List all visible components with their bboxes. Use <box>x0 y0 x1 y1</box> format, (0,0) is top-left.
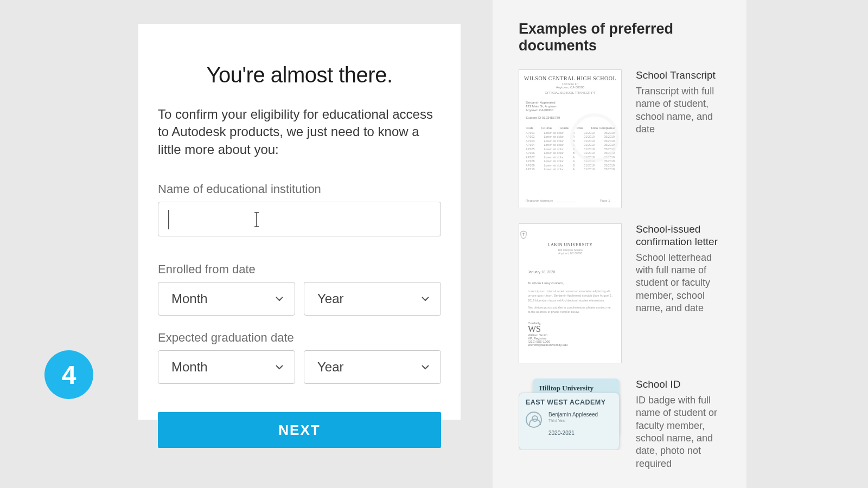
examples-panel: Examples of preferred documents WILSON C… <box>493 0 746 488</box>
graduation-label: Expected graduation date <box>158 331 441 345</box>
thumb-school-name: WILSON CENTRAL HIGH SCHOOL <box>519 75 621 81</box>
select-value: Month <box>171 359 208 375</box>
next-button[interactable]: NEXT <box>158 412 441 448</box>
chevron-down-icon <box>275 363 284 371</box>
transcript-thumbnail: WILSON CENTRAL HIGH SCHOOL 100 Elm LnAny… <box>519 69 622 208</box>
example-desc: Transcript with full name of student, sc… <box>636 85 731 136</box>
examples-title: Examples of preferred documents <box>519 21 731 54</box>
institution-input[interactable] <box>158 202 441 236</box>
select-value: Year <box>317 359 344 375</box>
enrolled-year-select[interactable]: Year <box>304 282 441 316</box>
id-thumbnail: Hilltop University EAST WEST ACADEMY Ben… <box>519 378 622 450</box>
chevron-down-icon <box>275 294 284 303</box>
watermark-icon <box>570 113 619 162</box>
eligibility-form-card: You're almost there. To confirm your eli… <box>138 24 461 420</box>
example-text: School-issued confirmation letter School… <box>636 223 731 363</box>
example-desc: School letterhead with full name of stud… <box>636 252 731 315</box>
step-badge: 4 <box>44 350 93 399</box>
graduation-month-select[interactable]: Month <box>158 350 295 384</box>
thumb-uni-name: LAKIN UNIVERSITY <box>519 242 621 247</box>
institution-label: Name of educational institution <box>158 182 441 196</box>
chevron-down-icon <box>421 294 430 303</box>
enrolled-date-row: Month Year <box>158 282 441 316</box>
chevron-down-icon <box>421 363 430 371</box>
crest-icon <box>519 230 528 239</box>
example-row: Hilltop University EAST WEST ACADEMY Ben… <box>519 378 731 470</box>
graduation-date-row: Month Year <box>158 350 441 384</box>
thumb-letter-date: January 18, 2020 <box>528 270 621 274</box>
card-description: To confirm your eligibility for educatio… <box>158 106 441 158</box>
avatar-icon <box>526 412 542 428</box>
text-cursor-icon <box>253 212 260 227</box>
id-card-front: EAST WEST ACADEMY Benjamin Appleseed Thi… <box>519 393 620 450</box>
example-desc: ID badge with full name of student or fa… <box>636 394 731 470</box>
graduation-year-select[interactable]: Year <box>304 350 441 384</box>
example-title: School Transcript <box>636 69 731 82</box>
enrolled-month-select[interactable]: Month <box>158 282 295 316</box>
example-row: LAKIN UNIVERSITY 100 Campus SquareAnytow… <box>519 223 731 363</box>
example-title: School-issued confirmation letter <box>636 223 731 248</box>
step-number: 4 <box>62 360 76 390</box>
letter-thumbnail: LAKIN UNIVERSITY 100 Campus SquareAnytow… <box>519 223 622 363</box>
text-caret <box>168 210 169 229</box>
id-year: 2020-2021 <box>548 430 598 436</box>
id-front-title: EAST WEST ACADEMY <box>526 399 612 406</box>
example-text: School ID ID badge with full name of stu… <box>636 378 731 470</box>
select-value: Month <box>171 291 208 306</box>
select-value: Year <box>317 291 344 306</box>
example-title: School ID <box>636 378 731 391</box>
example-text: School Transcript Transcript with full n… <box>636 69 731 208</box>
id-back-title: Hilltop University <box>539 384 613 393</box>
example-row: WILSON CENTRAL HIGH SCHOOL 100 Elm LnAny… <box>519 69 731 208</box>
id-name: Benjamin Appleseed <box>548 412 598 418</box>
enrolled-label: Enrolled from date <box>158 262 441 277</box>
card-title: You're almost there. <box>158 63 441 87</box>
